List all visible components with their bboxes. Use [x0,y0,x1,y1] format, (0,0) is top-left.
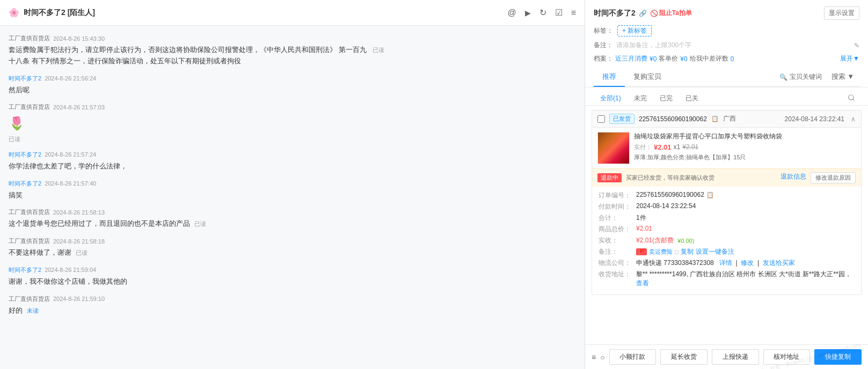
check-icon[interactable]: ☑ [555,8,563,18]
archive-left: 档案： 近三月消费 ¥0 客单价 ¥0 给我中差评数 0 [594,54,734,63]
logistics-detail-link[interactable]: 详情 [719,259,732,267]
product-total-value: ¥2.01 [636,225,855,232]
search-icon: 🔍 [779,73,787,81]
notes-label: 备注： [594,41,613,50]
edit-icon[interactable]: ✎ [854,42,859,49]
more-icon[interactable]: ≡ [571,8,576,18]
message-content: 谢谢，我不做你这个店铺，我做其他的 [9,276,384,287]
refund-info-link[interactable]: 退款信息 [781,172,806,183]
receipt-label: 实收： [599,236,636,245]
quick-copy-btn[interactable]: 快捷复制 [814,349,862,365]
detail-row-note: 备注： 🚩 卖运费险 □ 复制 设置一键备注 [599,247,855,256]
copy-order-icon[interactable]: 📋 [711,115,719,122]
dropdown-icon: ▼ [847,72,854,80]
bottom-settings-icon[interactable]: ○ [600,353,604,361]
archive-link-0[interactable]: 近三月消费 [615,54,647,63]
logistics-label: 物流公司： [599,259,636,268]
message-meta: 时间不多了2 2024-8-26 21:57:40 [9,180,576,188]
block-icon: 🚫 [650,10,658,17]
address-value: 黎** *********1499, 广西壮族自治区 梧州市 长洲区 大*街道 … [636,270,855,288]
block-btn[interactable]: 🚫 阻止Ta拍单 [650,9,692,18]
sender-name: 时间不多了2 [9,75,41,83]
refresh-icon[interactable]: ↻ [539,8,546,18]
receipt-price: ¥2.01(含邮费 [636,236,674,245]
message-content: 搞笑 [9,190,384,201]
new-tag-btn[interactable]: + 新标签 [617,25,652,36]
message-meta: 时间不多了2 2024-8-26 21:57:24 [9,151,576,159]
message-meta: 工厂直供百货店 2024-8-26 21:58:18 [9,237,576,245]
message-text: 搞笑 [9,191,23,199]
logistics-text: 申通快递 77330384372308 [636,259,714,267]
sub-tab-incomplete[interactable]: 未完 [628,92,653,105]
message-time: 2024-8-26 21:58:18 [53,238,105,245]
payment-time-value: 2024-08-14 23:22:54 [636,202,855,210]
order-card: 已发货 2257615560960190062 📋 广西 2024-08-14 … [592,110,862,295]
message-group: 工厂直供百货店 2024-8-26 21:58:18 不要这样做了，谢谢 已读 [9,237,576,259]
right-title: 时间不多了2 🔗 🚫 阻止Ta拍单 [594,9,692,18]
receipt-value: ¥2.01(含邮费 ¥0.00) [636,236,855,245]
small-payment-btn[interactable]: 小额打款 [609,349,657,365]
sender-name: 工厂直供百货店 [9,208,50,216]
copy-link[interactable]: 复制 [681,247,694,256]
product-row: 抽绳垃圾袋家用手提背心平口加厚大号塑料袋收纳袋 实付： ¥2.01 x1 ¥2.… [592,128,861,168]
archive-val-0: ¥0 [650,55,657,63]
archive-sep-1: 客单价 [659,54,678,63]
bottom-list-icon[interactable]: ≡ [592,353,596,361]
order-region: 广西 [723,114,736,123]
extend-delivery-btn[interactable]: 延长收货 [660,349,707,365]
insurance-text[interactable]: 卖运费险 [649,248,673,256]
chat-icon: 🌸 [9,8,19,18]
sub-tab-all[interactable]: 全部(1) [594,92,628,105]
collapse-btn[interactable]: ∧ [851,115,856,123]
title-link-icon[interactable]: 🔗 [639,10,647,17]
message-content: 不要这样做了，谢谢 已读 [9,247,384,259]
detail-row-total: 合计： 1件 [599,213,855,223]
report-express-btn[interactable]: 上报快递 [712,349,759,365]
message-group: 工厂直供百货店 2024-8-26 21:59:10 好的 未读 [9,295,576,316]
archive-label: 档案： [594,54,613,63]
message-content: 好的 未读 [9,305,384,316]
logistics-value: 申通快递 77330384372308 详情 | 修改 | 发送给买家 [636,259,855,268]
send-buyer-link[interactable]: 发送给买家 [763,259,795,267]
product-count: x1 [674,143,681,151]
video-icon[interactable]: ▶ [525,9,531,17]
product-total-label: 商品总价： [599,225,636,234]
logistics-modify-link[interactable]: 修改 [741,259,754,267]
message-text: 你学法律也太差了吧，学的什么法律， [9,162,127,170]
message-group: 时间不多了2 2024-8-26 21:59:04 谢谢，我不做你这个店铺，我做… [9,266,576,287]
product-img-inner [598,132,629,164]
sub-tab-search-btn[interactable] [843,92,859,105]
message-text: 谢谢，我不做你这个店铺，我做其他的 [9,277,127,285]
message-text: 套运费险属于犯法行为，请立即停止该行为，否则这边将协助保险公司报警处理，《中华人… [9,45,368,67]
sub-tab-complete[interactable]: 已完 [653,92,679,105]
set-note-link[interactable]: 设置一键备注 [696,247,734,256]
sub-tab-closed[interactable]: 已关 [679,92,705,105]
modify-reason-btn[interactable]: 修改退款原因 [811,172,856,183]
address-text: 黎** *********1499, 广西壮族自治区 梧州市 长洲区 大*街道 … [636,270,851,278]
tab-keyword-search[interactable]: 🔍 宝贝关键词 [775,68,826,86]
order-checkbox[interactable] [597,115,605,123]
sender-name: 时间不多了2 [9,151,41,159]
address-label: 收货地址： [599,270,636,279]
at-icon[interactable]: @ [507,8,516,18]
message-group: 工厂直供百货店 2024-8-26 21:58:13 这个退货单号您已经用过了，… [9,208,576,230]
verify-address-btn[interactable]: 核对地址 [763,349,811,365]
copy-number-icon[interactable]: 📋 [706,191,714,198]
expand-btn[interactable]: 展开▼ [840,54,859,63]
refund-text: 买家已经发货，等待卖家确认收货 [626,174,714,182]
order-number: 2257615560960190062 [639,115,707,123]
message-group: 时间不多了2 2024-8-26 21:57:24 你学法律也太差了吧，学的什么… [9,151,576,172]
message-meta: 时间不多了2 2024-8-26 21:59:04 [9,266,576,274]
read-tag: 已读 [194,219,206,229]
display-settings-btn[interactable]: 显示设置 [824,6,859,20]
see-more-link[interactable]: 查看 [636,279,649,287]
search-btn[interactable]: 搜索 ▼ [826,68,860,86]
order-number-text: 2257615560960190062 [636,191,704,198]
tab-recommend[interactable]: 推荐 [594,68,625,87]
tab-repurchase[interactable]: 复购宝贝 [625,68,670,87]
refund-left: 退款中 买家已经发货，等待卖家确认收货 [597,173,714,182]
orders-area: 已发货 2257615560960190062 📋 广西 2024-08-14 … [585,106,868,344]
notes-input[interactable]: 请添加备注，上限300个字 [616,41,851,50]
detail-row-number: 订单编号： 2257615560960190062 📋 [599,191,855,200]
unread-tag: 未读 [27,306,39,316]
